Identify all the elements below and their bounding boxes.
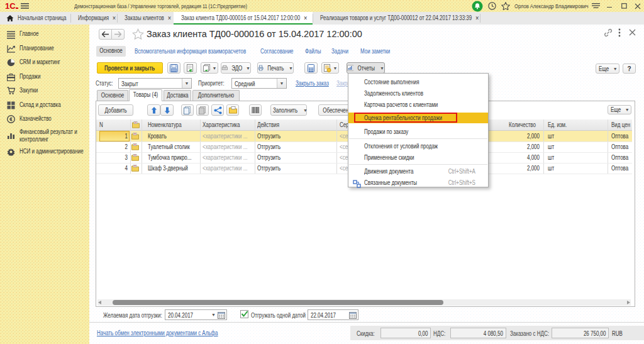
svg-text:1С: 1С [5, 2, 16, 10]
